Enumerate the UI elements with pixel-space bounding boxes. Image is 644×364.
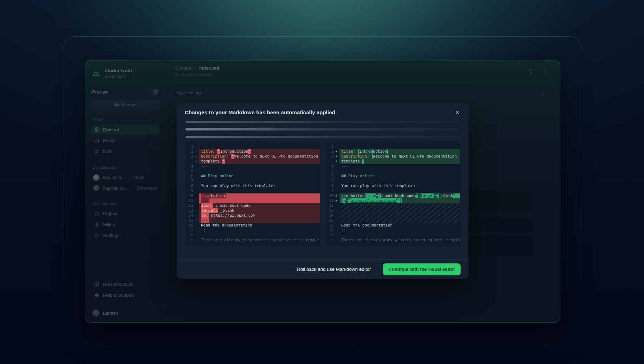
diff-line: 15 — [326, 218, 460, 223]
diff-line: 9 — [326, 189, 460, 193]
diff-line: 11---- — [186, 198, 320, 203]
diff-line: 3+description: Welcome to Nuxt UI Pro do… — [326, 154, 460, 159]
close-icon[interactable]: × — [454, 109, 461, 116]
skeleton-bar — [186, 121, 460, 123]
diff-line: 9 — [186, 189, 320, 193]
diff-line: 14 — [326, 213, 460, 218]
diff-removed-pane: 1 ---2-title: "Introduction"3-descriptio… — [186, 143, 320, 246]
diff-line: 5 — [326, 169, 460, 174]
diff-line: 13-target: _blank — [186, 208, 320, 213]
diff-line: 17 :: — [186, 228, 320, 233]
diff-line: 17 :: — [326, 228, 460, 233]
app-window: studio-front nuxt.studio Preview No chan… — [85, 60, 560, 323]
diff-line: 4 --- — [326, 164, 460, 169]
diff-line: 7 — [326, 179, 460, 184]
diff-line: 16 Read the documentation — [186, 223, 320, 228]
diff-line: +template. — [326, 159, 460, 164]
diff-line: 11+to="https://ui.nuxt.com/"} — [326, 198, 460, 203]
rollback-button[interactable]: Roll back and use Markdown editor — [297, 267, 371, 272]
modal-title: Changes to your Markdown has been automa… — [185, 109, 335, 115]
diff-line: 10+::u-button{icon="i-mdi-book-open" tar… — [326, 193, 460, 198]
diff-line: 3-description: "Welcome to Nuxt UI Pro d… — [186, 154, 320, 159]
markdown-diff: 1 ---2-title: "Introduction"3-descriptio… — [186, 143, 460, 246]
diff-line: 18 — [326, 233, 460, 238]
diff-line: 8 You can play with this template: — [186, 184, 320, 189]
diff-line: 12 — [326, 203, 460, 208]
diff-line: 7 — [186, 179, 320, 184]
skeleton-bar — [186, 136, 460, 138]
diff-line: -template." — [186, 159, 320, 164]
window-top-glow — [85, 61, 560, 61]
diff-line: 1 --- — [326, 144, 460, 149]
markdown-changes-modal: Changes to your Markdown has been automa… — [177, 103, 468, 279]
continue-visual-editor-button[interactable]: Continue with the visual editor — [383, 263, 461, 275]
diff-line: 6 ## Play online — [186, 174, 320, 179]
diff-added-pane: 1 ---2+title: Introduction3+description:… — [326, 143, 460, 246]
diff-line: 1 --- — [186, 144, 320, 149]
diff-line: 15---- — [186, 218, 320, 223]
diff-line: 19 There are already many website based … — [186, 238, 320, 243]
diff-line: 12-icon: i-mdi-book-open — [186, 203, 320, 208]
diff-line: 13 — [326, 208, 460, 213]
diff-line: 10-::u-button — [186, 193, 320, 198]
diff-line: 2+title: Introduction — [326, 149, 460, 154]
diff-line: 5 — [186, 169, 320, 174]
skeleton-bar — [186, 128, 460, 130]
diff-line: 6 ## Play online — [326, 174, 460, 179]
diff-line: 4 --- — [186, 164, 320, 169]
diff-line: 2-title: "Introduction" — [186, 149, 320, 154]
diff-line: 14-to: https://ui.nuxt.com — [186, 213, 320, 218]
diff-line: 16 Read the documentation — [326, 223, 460, 228]
skeleton-loader — [186, 121, 460, 138]
diff-line: 19 There are already many website based … — [326, 238, 460, 243]
diff-line: 18 — [186, 233, 320, 238]
diff-line: 8 You can play with this template: — [326, 184, 460, 189]
modal-footer: Roll back and use Markdown editor Contin… — [177, 259, 468, 279]
